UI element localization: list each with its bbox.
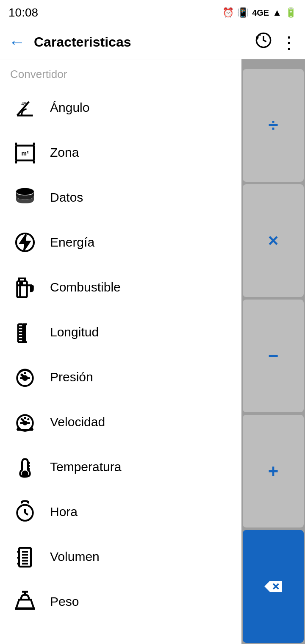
data-icon: [10, 183, 40, 212]
svg-line-37: [21, 419, 23, 420]
signal-icon: ▲: [272, 7, 282, 18]
status-icons: ⏰ 📳 4GE ▲ 🔋: [222, 7, 297, 18]
battery-icon: 🔋: [285, 7, 297, 18]
menu-item-energia[interactable]: Energía: [0, 220, 241, 265]
menu-item-hora[interactable]: Hora: [0, 489, 241, 534]
energia-label: Energía: [50, 235, 94, 250]
weight-icon: [10, 587, 40, 616]
history-icon[interactable]: [255, 32, 272, 53]
energy-icon: [10, 228, 40, 257]
menu-item-zona[interactable]: m² Zona: [0, 130, 241, 175]
app-bar: ← Caracteristicas ⋮: [0, 25, 305, 59]
svg-point-40: [22, 472, 28, 477]
section-label: Convertidor: [0, 59, 241, 85]
back-button[interactable]: ←: [8, 33, 25, 52]
angulo-label: Ángulo: [50, 100, 89, 115]
network-icon: 4GE: [252, 8, 269, 18]
zona-label: Zona: [50, 145, 79, 160]
temperatura-label: Temperatura: [50, 460, 121, 474]
hora-label: Hora: [50, 505, 78, 519]
main-layout: Convertidor 45° Ángulo m²: [0, 59, 305, 644]
menu-item-angulo[interactable]: 45° Ángulo: [0, 85, 241, 130]
svg-text:45°: 45°: [21, 101, 29, 106]
divide-button[interactable]: ÷: [243, 69, 304, 182]
backspace-button[interactable]: [243, 530, 304, 643]
alarm-icon: ⏰: [222, 7, 234, 18]
right-panel: ÷ × − +: [241, 59, 305, 644]
fuel-icon: [10, 272, 40, 302]
menu-item-datos[interactable]: Datos: [0, 175, 241, 220]
vibrate-icon: 📳: [237, 7, 249, 18]
status-time: 10:08: [8, 6, 38, 19]
svg-text:m²: m²: [21, 150, 28, 157]
pressure-icon: [10, 362, 40, 392]
add-button[interactable]: +: [243, 415, 304, 527]
menu-item-velocidad[interactable]: Velocidad: [0, 400, 241, 444]
svg-line-38: [28, 419, 29, 420]
temperature-icon: [10, 452, 40, 482]
area-icon: m²: [10, 138, 40, 167]
svg-line-46: [25, 513, 28, 515]
menu-item-peso[interactable]: Peso: [0, 579, 241, 624]
length-icon: [10, 317, 40, 347]
peso-label: Peso: [50, 594, 79, 609]
status-bar: 10:08 ⏰ 📳 4GE ▲ 🔋: [0, 0, 305, 25]
angle-icon: 45°: [10, 93, 40, 122]
menu-item-combustible[interactable]: Combustible: [0, 265, 241, 310]
volumen-label: Volumen: [50, 550, 100, 564]
time-icon: [10, 497, 40, 527]
speed-icon: [10, 407, 40, 437]
velocidad-label: Velocidad: [50, 415, 105, 429]
subtract-button[interactable]: −: [243, 300, 304, 412]
presion-label: Presión: [50, 370, 93, 384]
volume-icon: [10, 542, 40, 572]
longitud-label: Longitud: [50, 325, 99, 339]
app-bar-actions: ⋮: [255, 32, 297, 53]
multiply-button[interactable]: ×: [243, 184, 304, 297]
menu-item-temperatura[interactable]: Temperatura: [0, 444, 241, 489]
datos-label: Datos: [50, 190, 83, 205]
menu-item-longitud[interactable]: Longitud: [0, 310, 241, 355]
more-options-icon[interactable]: ⋮: [280, 33, 297, 52]
combustible-label: Combustible: [50, 280, 121, 294]
menu-item-presion[interactable]: Presión: [0, 355, 241, 400]
left-panel: Convertidor 45° Ángulo m²: [0, 59, 241, 644]
menu-item-volumen[interactable]: Volumen: [0, 534, 241, 579]
svg-point-10: [16, 188, 34, 195]
page-title: Caracteristicas: [34, 34, 255, 50]
